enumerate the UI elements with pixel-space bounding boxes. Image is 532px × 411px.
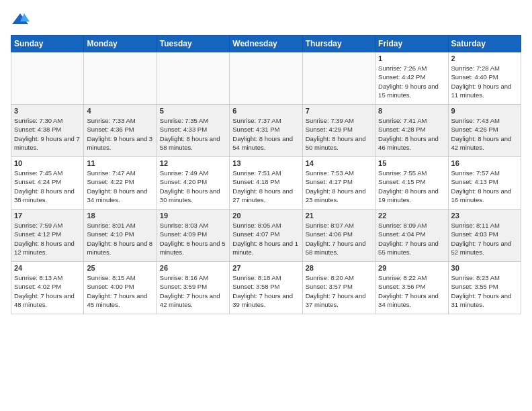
day-number: 14 bbox=[306, 159, 372, 167]
weekday-header: Sunday bbox=[11, 36, 84, 52]
day-info: Sunrise: 8:05 AM Sunset: 4:07 PM Dayligh… bbox=[232, 221, 299, 257]
calendar-cell: 24Sunrise: 8:13 AM Sunset: 4:02 PM Dayli… bbox=[11, 262, 84, 314]
day-info: Sunrise: 7:39 AM Sunset: 4:29 PM Dayligh… bbox=[306, 116, 372, 152]
calendar-week-row: 3Sunrise: 7:30 AM Sunset: 4:38 PM Daylig… bbox=[11, 105, 521, 157]
calendar-cell: 29Sunrise: 8:22 AM Sunset: 3:56 PM Dayli… bbox=[375, 262, 448, 314]
day-number: 16 bbox=[451, 159, 518, 167]
day-number: 15 bbox=[378, 159, 445, 167]
calendar-cell bbox=[157, 52, 229, 105]
calendar-cell: 19Sunrise: 8:03 AM Sunset: 4:09 PM Dayli… bbox=[157, 210, 229, 262]
day-info: Sunrise: 7:43 AM Sunset: 4:26 PM Dayligh… bbox=[451, 116, 518, 152]
calendar: SundayMondayTuesdayWednesdayThursdayFrid… bbox=[11, 35, 521, 314]
day-number: 27 bbox=[232, 264, 299, 272]
day-number: 18 bbox=[87, 212, 153, 220]
day-number: 2 bbox=[451, 54, 518, 62]
calendar-cell: 30Sunrise: 8:23 AM Sunset: 3:55 PM Dayli… bbox=[448, 262, 521, 314]
weekday-header: Thursday bbox=[302, 36, 375, 52]
calendar-cell: 7Sunrise: 7:39 AM Sunset: 4:29 PM Daylig… bbox=[302, 105, 375, 157]
weekday-header: Friday bbox=[375, 36, 448, 52]
day-info: Sunrise: 8:23 AM Sunset: 3:55 PM Dayligh… bbox=[451, 273, 518, 309]
logo-icon bbox=[11, 11, 30, 30]
day-number: 17 bbox=[14, 212, 81, 220]
weekday-header: Wednesday bbox=[230, 36, 302, 52]
day-info: Sunrise: 7:55 AM Sunset: 4:15 PM Dayligh… bbox=[378, 169, 445, 204]
day-info: Sunrise: 7:47 AM Sunset: 4:22 PM Dayligh… bbox=[87, 169, 153, 204]
day-number: 6 bbox=[232, 107, 299, 115]
weekday-header: Saturday bbox=[448, 36, 521, 52]
day-number: 11 bbox=[87, 159, 153, 167]
calendar-cell: 11Sunrise: 7:47 AM Sunset: 4:22 PM Dayli… bbox=[84, 157, 157, 210]
day-number: 28 bbox=[306, 264, 372, 272]
day-number: 23 bbox=[451, 212, 518, 220]
day-info: Sunrise: 8:16 AM Sunset: 3:59 PM Dayligh… bbox=[160, 273, 226, 309]
day-info: Sunrise: 8:09 AM Sunset: 4:04 PM Dayligh… bbox=[378, 221, 445, 257]
day-info: Sunrise: 8:20 AM Sunset: 3:57 PM Dayligh… bbox=[306, 273, 372, 309]
calendar-cell: 8Sunrise: 7:41 AM Sunset: 4:28 PM Daylig… bbox=[375, 105, 448, 157]
calendar-cell: 18Sunrise: 8:01 AM Sunset: 4:10 PM Dayli… bbox=[84, 210, 157, 262]
day-number: 12 bbox=[160, 159, 226, 167]
calendar-cell: 4Sunrise: 7:33 AM Sunset: 4:36 PM Daylig… bbox=[84, 105, 157, 157]
day-info: Sunrise: 8:11 AM Sunset: 4:03 PM Dayligh… bbox=[451, 221, 518, 257]
calendar-cell: 10Sunrise: 7:45 AM Sunset: 4:24 PM Dayli… bbox=[11, 157, 84, 210]
day-number: 20 bbox=[232, 212, 299, 220]
day-number: 1 bbox=[378, 54, 445, 62]
day-info: Sunrise: 8:13 AM Sunset: 4:02 PM Dayligh… bbox=[14, 273, 81, 309]
day-number: 7 bbox=[306, 107, 372, 115]
day-info: Sunrise: 8:15 AM Sunset: 4:00 PM Dayligh… bbox=[87, 273, 153, 309]
day-info: Sunrise: 7:33 AM Sunset: 4:36 PM Dayligh… bbox=[87, 116, 153, 152]
weekday-header: Tuesday bbox=[157, 36, 229, 52]
calendar-week-row: 10Sunrise: 7:45 AM Sunset: 4:24 PM Dayli… bbox=[11, 157, 521, 210]
calendar-cell: 14Sunrise: 7:53 AM Sunset: 4:17 PM Dayli… bbox=[302, 157, 375, 210]
calendar-cell: 22Sunrise: 8:09 AM Sunset: 4:04 PM Dayli… bbox=[375, 210, 448, 262]
day-number: 25 bbox=[87, 264, 153, 272]
calendar-cell: 1Sunrise: 7:26 AM Sunset: 4:42 PM Daylig… bbox=[375, 52, 448, 105]
day-info: Sunrise: 7:30 AM Sunset: 4:38 PM Dayligh… bbox=[14, 116, 81, 152]
day-number: 22 bbox=[378, 212, 445, 220]
day-number: 21 bbox=[306, 212, 372, 220]
calendar-week-row: 24Sunrise: 8:13 AM Sunset: 4:02 PM Dayli… bbox=[11, 262, 521, 314]
calendar-cell: 3Sunrise: 7:30 AM Sunset: 4:38 PM Daylig… bbox=[11, 105, 84, 157]
day-info: Sunrise: 7:57 AM Sunset: 4:13 PM Dayligh… bbox=[451, 169, 518, 204]
day-info: Sunrise: 7:26 AM Sunset: 4:42 PM Dayligh… bbox=[378, 64, 445, 99]
day-number: 9 bbox=[451, 107, 518, 115]
day-number: 29 bbox=[378, 264, 445, 272]
day-number: 13 bbox=[232, 159, 299, 167]
day-info: Sunrise: 7:51 AM Sunset: 4:18 PM Dayligh… bbox=[232, 169, 299, 204]
day-info: Sunrise: 7:53 AM Sunset: 4:17 PM Dayligh… bbox=[306, 169, 372, 204]
calendar-cell: 15Sunrise: 7:55 AM Sunset: 4:15 PM Dayli… bbox=[375, 157, 448, 210]
calendar-cell: 6Sunrise: 7:37 AM Sunset: 4:31 PM Daylig… bbox=[230, 105, 302, 157]
calendar-cell: 16Sunrise: 7:57 AM Sunset: 4:13 PM Dayli… bbox=[448, 157, 521, 210]
calendar-cell bbox=[11, 52, 84, 105]
calendar-cell: 5Sunrise: 7:35 AM Sunset: 4:33 PM Daylig… bbox=[157, 105, 229, 157]
day-info: Sunrise: 8:22 AM Sunset: 3:56 PM Dayligh… bbox=[378, 273, 445, 309]
day-info: Sunrise: 8:07 AM Sunset: 4:06 PM Dayligh… bbox=[306, 221, 372, 257]
day-number: 24 bbox=[14, 264, 81, 272]
day-number: 3 bbox=[14, 107, 81, 115]
day-info: Sunrise: 8:01 AM Sunset: 4:10 PM Dayligh… bbox=[87, 221, 153, 257]
day-info: Sunrise: 7:41 AM Sunset: 4:28 PM Dayligh… bbox=[378, 116, 445, 152]
day-info: Sunrise: 7:37 AM Sunset: 4:31 PM Dayligh… bbox=[232, 116, 299, 152]
calendar-cell: 20Sunrise: 8:05 AM Sunset: 4:07 PM Dayli… bbox=[230, 210, 302, 262]
calendar-cell bbox=[302, 52, 375, 105]
day-number: 10 bbox=[14, 159, 81, 167]
day-number: 4 bbox=[87, 107, 153, 115]
day-number: 26 bbox=[160, 264, 226, 272]
calendar-cell: 23Sunrise: 8:11 AM Sunset: 4:03 PM Dayli… bbox=[448, 210, 521, 262]
calendar-cell: 21Sunrise: 8:07 AM Sunset: 4:06 PM Dayli… bbox=[302, 210, 375, 262]
weekday-header: Monday bbox=[84, 36, 157, 52]
day-number: 5 bbox=[160, 107, 226, 115]
calendar-cell: 27Sunrise: 8:18 AM Sunset: 3:58 PM Dayli… bbox=[230, 262, 302, 314]
calendar-cell: 26Sunrise: 8:16 AM Sunset: 3:59 PM Dayli… bbox=[157, 262, 229, 314]
calendar-cell: 13Sunrise: 7:51 AM Sunset: 4:18 PM Dayli… bbox=[230, 157, 302, 210]
day-number: 8 bbox=[378, 107, 445, 115]
calendar-cell: 25Sunrise: 8:15 AM Sunset: 4:00 PM Dayli… bbox=[84, 262, 157, 314]
calendar-cell: 2Sunrise: 7:28 AM Sunset: 4:40 PM Daylig… bbox=[448, 52, 521, 105]
calendar-cell: 28Sunrise: 8:20 AM Sunset: 3:57 PM Dayli… bbox=[302, 262, 375, 314]
calendar-week-row: 17Sunrise: 7:59 AM Sunset: 4:12 PM Dayli… bbox=[11, 210, 521, 262]
day-number: 19 bbox=[160, 212, 226, 220]
calendar-cell: 9Sunrise: 7:43 AM Sunset: 4:26 PM Daylig… bbox=[448, 105, 521, 157]
logo bbox=[11, 11, 32, 30]
day-info: Sunrise: 7:59 AM Sunset: 4:12 PM Dayligh… bbox=[14, 221, 81, 257]
day-info: Sunrise: 8:03 AM Sunset: 4:09 PM Dayligh… bbox=[160, 221, 226, 257]
page-header bbox=[11, 11, 521, 30]
